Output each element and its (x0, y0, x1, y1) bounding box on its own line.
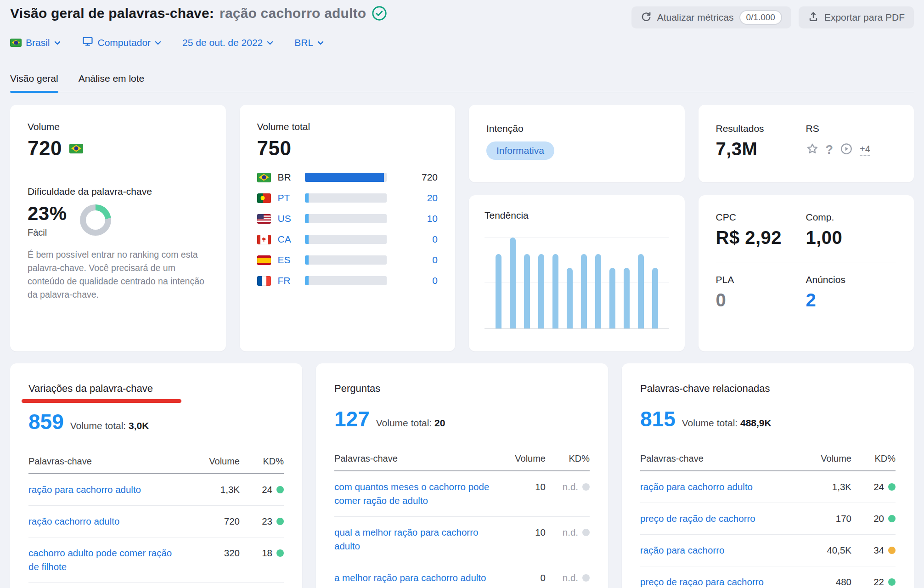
tab-análise-em-lote[interactable]: Análise em lote (79, 73, 145, 92)
chevron-down-icon (155, 41, 161, 45)
questions-title: Perguntas (334, 383, 590, 395)
country-volume-bar (305, 173, 387, 182)
device-filter[interactable]: Computador (82, 36, 162, 49)
keyword-link[interactable]: qual a melhor ração para cachorro adulto (334, 526, 490, 553)
export-icon (808, 11, 819, 24)
kd-status-dot (582, 529, 590, 536)
kd-cell: 20 (851, 512, 896, 526)
currency-filter[interactable]: BRL (294, 37, 324, 48)
country-code: BR (278, 172, 298, 183)
trend-bar (624, 268, 630, 329)
volume-cell: 320 (194, 546, 240, 560)
kd-status-dot (888, 578, 896, 586)
question-mark-icon[interactable]: ? (826, 144, 834, 156)
more-serp-features-link[interactable]: +4 (860, 144, 870, 156)
volume-total-value: 750 (257, 137, 292, 160)
country-code[interactable]: PT (278, 192, 298, 204)
keyword-cell: ração para cachorro adulto (28, 483, 194, 497)
currency-filter-label: BRL (294, 37, 313, 48)
related-count: 815 (640, 407, 676, 431)
kd-cell: 24 (240, 483, 284, 497)
trend-bar (567, 268, 573, 329)
kd-value: 23% (28, 203, 67, 225)
rs-label: RS (806, 123, 870, 134)
keyword-link[interactable]: ração cachorro adulto (28, 514, 119, 528)
keyword-link[interactable]: ração para cachorro adulto (28, 483, 141, 497)
volume-label: Volume (28, 121, 208, 132)
table-row: ração cachorro adulto72023 (28, 505, 284, 537)
variations-title: Variações da palavra-chave (28, 383, 284, 395)
volume-card: Volume 720 Dificuldade da palavra-chave … (10, 105, 226, 351)
keyword-link[interactable]: a melhor ração para cachorro adulto cust… (334, 571, 490, 588)
table-row: a melhor ração para cachorro adulto cust… (334, 562, 590, 588)
competition-label: Comp. (806, 212, 897, 223)
trend-bar (638, 254, 644, 329)
keyword-link[interactable]: ração para cachorro adulto (640, 480, 753, 494)
country-filter[interactable]: Brasil (10, 37, 61, 48)
country-volume-bar-fill (305, 276, 309, 285)
country-volume-bar-fill (305, 173, 384, 182)
kd-status-dot (888, 515, 896, 522)
country-code[interactable]: ES (278, 254, 298, 266)
intent-card: Intenção Informativa (469, 105, 685, 182)
table-row: preço de ração de cachorro17020 (640, 503, 896, 534)
trend-bar (524, 254, 530, 329)
table-row: qual a melhor ração para cachorro adulto… (334, 516, 590, 562)
volume-total-card: Volume total 750 BR720PT20US10CA0ES0FR0 (240, 105, 456, 351)
volume-cell: 0 (500, 571, 546, 585)
country-volume-bar (305, 276, 387, 285)
keyword-link[interactable]: preço de ração de cachorro (640, 512, 755, 526)
country-volume-bar (305, 193, 387, 203)
country-volume-value[interactable]: 0 (394, 254, 438, 266)
kd-cell: 18 (240, 546, 284, 560)
intent-badge[interactable]: Informativa (486, 141, 554, 160)
refresh-metrics-label: Atualizar métricas (657, 12, 734, 23)
country-volume-value[interactable]: 0 (394, 234, 438, 245)
tab-visão-geral[interactable]: Visão geral (10, 73, 58, 92)
header-buttons: Atualizar métricas 0/1.000 Exportar para… (631, 6, 914, 28)
keyword-link[interactable]: com quantos meses o cachorro pode comer … (334, 480, 490, 508)
keyword-link[interactable]: preço de raçao para cachorro (640, 575, 764, 588)
header: Visão geral de palavras-chave: ração cac… (10, 6, 914, 28)
star-icon[interactable] (806, 142, 819, 157)
country-volume-bar (305, 214, 387, 223)
country-volume-value[interactable]: 0 (394, 275, 438, 286)
brazil-flag-icon (10, 39, 22, 47)
ads-label: Anúncios (806, 274, 897, 285)
country-code[interactable]: US (278, 213, 298, 224)
questions-total: Volume total: 20 (376, 418, 445, 429)
country-code[interactable]: FR (278, 275, 298, 286)
br-flag-icon (257, 173, 271, 182)
volume-cell: 10 (500, 526, 546, 539)
keyword-link[interactable]: cachorro adulto pode comer ração de filh… (28, 546, 185, 574)
kd-value: 24 (262, 483, 272, 497)
country-volume-bar-fill (305, 193, 309, 203)
filter-bar: Brasil Computador 25 de out. de 2022 BRL (10, 36, 914, 49)
volume-value: 720 (28, 137, 62, 160)
related-keywords-card: Palavras-chave relacionadas 815 Volume t… (622, 363, 914, 588)
volume-cell: 480 (806, 575, 851, 588)
export-pdf-button[interactable]: Exportar para PDF (799, 6, 914, 28)
trend-bar (581, 254, 587, 329)
date-filter[interactable]: 25 de out. de 2022 (182, 37, 273, 48)
intent-label: Intenção (486, 123, 667, 134)
desktop-icon (82, 36, 94, 49)
play-circle-icon[interactable] (840, 142, 853, 157)
verified-check-icon (372, 6, 387, 21)
results-value: 7,3M (716, 139, 806, 159)
keyword-link[interactable]: ração para cachorro (640, 543, 724, 557)
table-row: ração para cachorro adulto1,3K24 (28, 474, 284, 505)
country-volume-value: 720 (394, 172, 438, 183)
refresh-metrics-button[interactable]: Atualizar métricas 0/1.000 (631, 6, 791, 28)
trend-label: Tendência (485, 210, 669, 221)
keyword-cell: ração cachorro adulto (28, 514, 194, 528)
country-volume-value[interactable]: 20 (394, 192, 438, 204)
country-filter-label: Brasil (26, 37, 50, 48)
keyword-cell: qual a melhor ração para cachorro adulto (334, 526, 500, 553)
kd-status-dot (276, 486, 284, 493)
ads-value[interactable]: 2 (806, 290, 897, 311)
country-code[interactable]: CA (278, 234, 298, 245)
country-volume-value[interactable]: 10 (394, 213, 438, 224)
cpc-card: CPC R$ 2,92 Comp. 1,00 PLA 0 (699, 195, 914, 351)
trend-bar (510, 237, 516, 329)
